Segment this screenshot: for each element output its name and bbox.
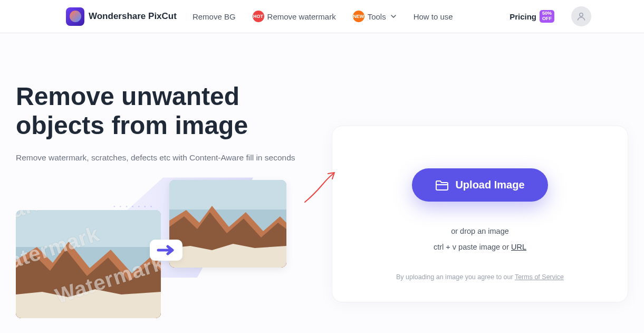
svg-rect-4 xyxy=(169,180,286,210)
new-badge-icon: NEW xyxy=(353,11,364,22)
nav-remove-watermark[interactable]: HOT Remove watermark xyxy=(253,11,336,22)
comparison-image-wrap: ●●●●●●●●●●●●●●●●●●●●● Watermark Watermar… xyxy=(16,177,321,325)
hero-left: Remove unwanted objects from image Remov… xyxy=(16,54,321,333)
after-image xyxy=(169,180,286,268)
nav-pricing[interactable]: Pricing 50% OFF xyxy=(510,10,554,23)
curly-arrow-icon xyxy=(301,169,340,209)
nav-tools[interactable]: NEW Tools xyxy=(353,11,397,22)
logo-icon xyxy=(66,7,84,26)
svg-point-0 xyxy=(580,13,583,16)
user-icon xyxy=(576,11,587,22)
terms-text: By uploading an image you agree to our T… xyxy=(348,273,612,281)
header-right: Pricing 50% OFF xyxy=(510,6,591,26)
pricing-discount-badge: 50% OFF xyxy=(540,10,554,23)
upload-image-button[interactable]: Upload Image xyxy=(412,168,547,202)
header: Wondershare PixCut Remove BG HOT Remove … xyxy=(0,0,644,33)
svg-rect-2 xyxy=(16,210,161,247)
transform-arrow xyxy=(150,240,182,261)
terms-prefix: By uploading an image you agree to our xyxy=(396,273,515,281)
logo[interactable]: Wondershare PixCut xyxy=(66,7,177,26)
before-image: Watermark Watermark Watermark xyxy=(16,210,161,318)
main-nav: Remove BG HOT Remove watermark NEW Tools… xyxy=(193,11,453,22)
nav-how-to-use-label: How to use xyxy=(414,12,453,21)
brand-name: Wondershare PixCut xyxy=(89,11,177,22)
avatar[interactable] xyxy=(571,6,591,26)
hero-subtitle: Remove watermark, scratches, defects etc… xyxy=(16,151,321,164)
hot-badge-icon: HOT xyxy=(253,11,264,22)
upload-card: Upload Image or drop an image ctrl + v p… xyxy=(332,126,628,302)
nav-how-to-use[interactable]: How to use xyxy=(414,12,453,21)
url-link[interactable]: URL xyxy=(511,243,526,251)
hero-section: Remove unwanted objects from image Remov… xyxy=(0,33,644,333)
header-inner: Wondershare PixCut Remove BG HOT Remove … xyxy=(0,6,644,26)
nav-tools-label: Tools xyxy=(368,12,386,21)
nav-remove-bg[interactable]: Remove BG xyxy=(193,12,236,21)
nav-remove-watermark-label: Remove watermark xyxy=(267,12,336,21)
hero-title: Remove unwanted objects from image xyxy=(16,82,321,140)
chevron-down-icon xyxy=(390,13,397,20)
nav-pricing-label: Pricing xyxy=(510,12,536,21)
paste-prefix: ctrl + v paste image or xyxy=(434,243,511,251)
upload-button-label: Upload Image xyxy=(455,179,524,191)
arrow-right-icon xyxy=(157,245,176,255)
terms-of-service-link[interactable]: Terms of Service xyxy=(515,273,564,281)
drop-image-text: or drop an image xyxy=(348,227,612,235)
folder-icon xyxy=(435,179,449,191)
hero-right: Upload Image or drop an image ctrl + v p… xyxy=(321,54,628,333)
paste-image-text: ctrl + v paste image or URL xyxy=(348,243,612,251)
nav-remove-bg-label: Remove BG xyxy=(193,12,236,21)
